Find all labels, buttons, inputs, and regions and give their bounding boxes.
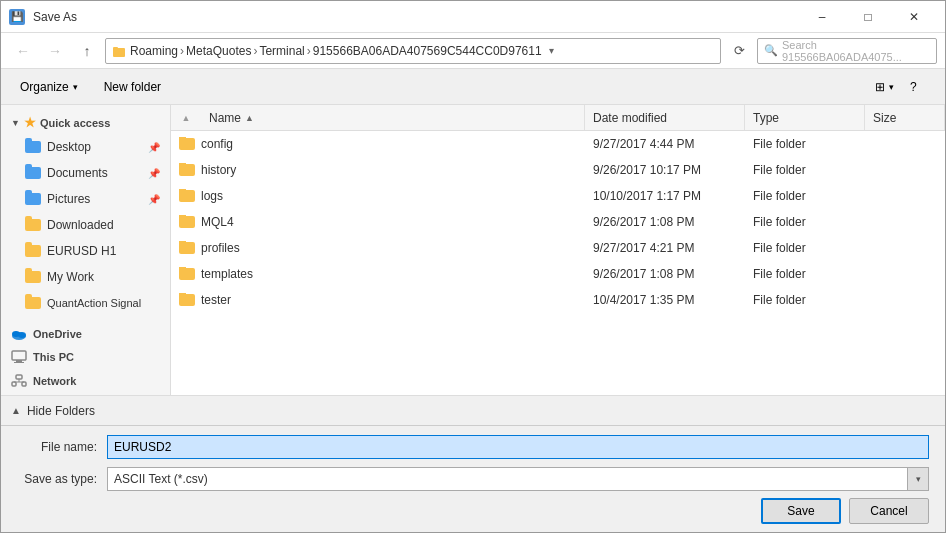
folder-icon: [179, 294, 195, 306]
organize-dropdown-icon: ▾: [73, 82, 78, 92]
breadcrumb[interactable]: Roaming › MetaQuotes › Terminal › 915566…: [105, 38, 721, 64]
savetype-row: Save as type: ASCII Text (*.csv) CSV (*.…: [17, 466, 929, 492]
col-header-type[interactable]: Type: [745, 105, 865, 130]
form-buttons: Save Cancel: [17, 498, 929, 524]
view-button[interactable]: ⊞ ▾: [864, 74, 905, 100]
file-type-cell: File folder: [745, 163, 865, 177]
sidebar-downloaded-label: Downloaded: [47, 218, 114, 232]
thispc-icon: [11, 350, 27, 364]
table-row[interactable]: profiles 9/27/2017 4:21 PM File folder: [171, 235, 945, 261]
sidebar-section-quick-access[interactable]: ▼ ★ Quick access: [1, 109, 170, 134]
refresh-button[interactable]: ⟳: [725, 37, 753, 65]
sidebar: ▼ ★ Quick access Desktop 📌 Documents 📌: [1, 105, 171, 395]
hide-folders-icon: ▲: [11, 405, 21, 416]
sidebar-mywork-label: My Work: [47, 270, 94, 284]
up-button[interactable]: ↑: [73, 37, 101, 65]
close-button[interactable]: ✕: [891, 1, 937, 33]
filename-input[interactable]: [107, 435, 929, 459]
col-header-size[interactable]: Size: [865, 105, 945, 130]
file-name-cell: templates: [171, 267, 585, 281]
svg-rect-1: [113, 47, 118, 50]
sidebar-section-onedrive[interactable]: OneDrive: [1, 322, 170, 344]
sidebar-item-quantaction[interactable]: QuantAction Signal: [1, 290, 170, 316]
file-name-cell: logs: [171, 189, 585, 203]
toolbar: Organize ▾ New folder ⊞ ▾ ?: [1, 69, 945, 105]
quantaction-folder-icon: [25, 295, 41, 311]
downloaded-folder-icon: [25, 217, 41, 233]
forward-icon: →: [48, 43, 62, 59]
savetype-label: Save as type:: [17, 472, 107, 486]
pin-icon-desktop: 📌: [148, 142, 160, 153]
quick-access-label: Quick access: [40, 117, 110, 129]
breadcrumb-dropdown-button[interactable]: ▾: [542, 38, 562, 64]
table-row[interactable]: history 9/26/2017 10:17 PM File folder: [171, 157, 945, 183]
table-row[interactable]: config 9/27/2017 4:44 PM File folder: [171, 131, 945, 157]
documents-folder-icon: [25, 165, 41, 181]
quick-access-star-icon: ★: [24, 115, 36, 130]
search-box[interactable]: 🔍 Search 915566BA06ADA4075...: [757, 38, 937, 64]
sidebar-section-network[interactable]: Network: [1, 368, 170, 392]
file-type-cell: File folder: [745, 267, 865, 281]
table-row[interactable]: logs 10/10/2017 1:17 PM File folder: [171, 183, 945, 209]
svg-rect-6: [16, 360, 22, 362]
pictures-folder-icon: [25, 191, 41, 207]
col-name-label: Name: [209, 111, 241, 125]
pin-icon-documents: 📌: [148, 168, 160, 179]
nav-bar: ← → ↑ Roaming › MetaQuotes ›: [1, 33, 945, 69]
help-button[interactable]: ?: [909, 74, 937, 100]
file-date-cell: 9/26/2017 1:08 PM: [585, 267, 745, 281]
breadcrumb-terminal: Terminal ›: [259, 44, 312, 58]
file-name-cell: config: [171, 137, 585, 151]
minimize-button[interactable]: –: [799, 1, 845, 33]
svg-rect-7: [14, 362, 24, 363]
cancel-button[interactable]: Cancel: [849, 498, 929, 524]
new-folder-button[interactable]: New folder: [93, 74, 172, 100]
col-header-date[interactable]: Date modified: [585, 105, 745, 130]
network-label: Network: [33, 375, 76, 387]
file-type-cell: File folder: [745, 215, 865, 229]
window-title: Save As: [33, 10, 799, 24]
table-row[interactable]: templates 9/26/2017 1:08 PM File folder: [171, 261, 945, 287]
mywork-folder-icon: [25, 269, 41, 285]
organize-button[interactable]: Organize ▾: [9, 74, 89, 100]
table-row[interactable]: MQL4 9/26/2017 1:08 PM File folder: [171, 209, 945, 235]
sidebar-item-documents[interactable]: Documents 📌: [1, 160, 170, 186]
eurusd-folder-icon: [25, 243, 41, 259]
sidebar-quantaction-label: QuantAction Signal: [47, 297, 141, 309]
savetype-select[interactable]: ASCII Text (*.csv) CSV (*.csv) Excel (*.…: [107, 467, 929, 491]
desktop-folder-icon: [25, 139, 41, 155]
file-date-cell: 9/26/2017 10:17 PM: [585, 163, 745, 177]
sidebar-item-desktop[interactable]: Desktop 📌: [1, 134, 170, 160]
sidebar-item-pictures[interactable]: Pictures 📌: [1, 186, 170, 212]
col-size-label: Size: [873, 111, 896, 125]
svg-point-4: [18, 332, 26, 338]
back-button[interactable]: ←: [9, 37, 37, 65]
maximize-button[interactable]: □: [845, 1, 891, 33]
sidebar-item-eurusd[interactable]: EURUSD H1: [1, 238, 170, 264]
savetype-select-wrapper: ASCII Text (*.csv) CSV (*.csv) Excel (*.…: [107, 467, 929, 491]
col-header-name[interactable]: Name ▲: [201, 105, 585, 130]
sidebar-item-mywork[interactable]: My Work: [1, 264, 170, 290]
folder-icon: [179, 242, 195, 254]
bottom-bar[interactable]: ▲ Hide Folders: [1, 395, 945, 425]
table-row[interactable]: tester 10/4/2017 1:35 PM File folder: [171, 287, 945, 313]
help-icon: ?: [910, 80, 917, 94]
sidebar-eurusd-label: EURUSD H1: [47, 244, 116, 258]
file-date-cell: 9/27/2017 4:21 PM: [585, 241, 745, 255]
file-list-container: ▲ Name ▲ Date modified Type Size: [171, 105, 945, 395]
sidebar-item-downloaded[interactable]: Downloaded: [1, 212, 170, 238]
save-button[interactable]: Save: [761, 498, 841, 524]
file-type-cell: File folder: [745, 189, 865, 203]
thispc-label: This PC: [33, 351, 74, 363]
file-list: config 9/27/2017 4:44 PM File folder his…: [171, 131, 945, 395]
forward-button[interactable]: →: [41, 37, 69, 65]
folder-icon: [179, 268, 195, 280]
file-name-cell: history: [171, 163, 585, 177]
form-area: File name: Save as type: ASCII Text (*.c…: [1, 425, 945, 532]
sidebar-section-thispc[interactable]: This PC: [1, 344, 170, 368]
sidebar-desktop-label: Desktop: [47, 140, 91, 154]
view-icon: ⊞: [875, 80, 885, 94]
up-icon: ↑: [84, 43, 91, 59]
folder-icon: [179, 216, 195, 228]
hide-folders-label: Hide Folders: [27, 404, 95, 418]
